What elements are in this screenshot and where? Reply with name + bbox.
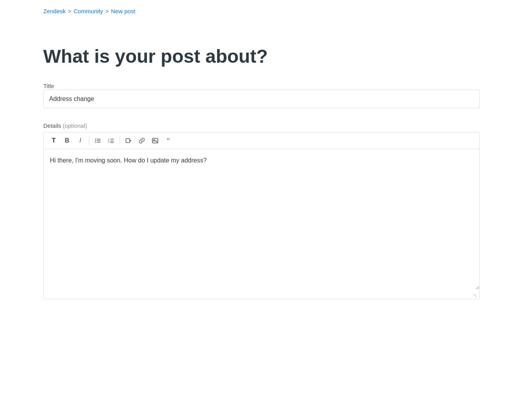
breadcrumb-current-page: New post xyxy=(111,8,136,14)
editor-toolbar: T B I xyxy=(44,132,479,149)
video-icon xyxy=(125,138,132,144)
details-label-group: Details(optional) xyxy=(43,122,480,129)
italic-format-label: I xyxy=(80,137,81,144)
toolbar-video-button[interactable] xyxy=(122,135,135,146)
svg-point-0 xyxy=(95,139,96,139)
link-icon xyxy=(139,138,145,144)
text-format-label: T xyxy=(52,137,56,144)
breadcrumb-community[interactable]: Community xyxy=(74,8,103,14)
numbered-list-icon: 1. 2. 3. xyxy=(108,138,114,144)
toolbar-italic-button[interactable]: I xyxy=(74,135,87,146)
svg-point-2 xyxy=(95,142,96,143)
breadcrumb: Zendesk > Community > New post xyxy=(43,8,480,14)
bullet-list-icon xyxy=(95,138,101,144)
resize-icon: ⤡ xyxy=(473,293,477,298)
details-content-input[interactable]: Hi there, I'm moving soon. How do I upda… xyxy=(44,149,479,289)
title-input[interactable] xyxy=(43,90,480,108)
toolbar-quote-button[interactable]: “ xyxy=(162,135,175,146)
toolbar-image-button[interactable] xyxy=(149,135,161,146)
toolbar-text-button[interactable]: T xyxy=(48,135,60,146)
svg-rect-12 xyxy=(126,139,130,143)
toolbar-bullet-list-button[interactable] xyxy=(92,135,104,146)
svg-text:3.: 3. xyxy=(108,141,110,143)
details-field-group: Details(optional) T B I xyxy=(43,122,480,299)
toolbar-link-button[interactable] xyxy=(136,135,148,146)
image-icon xyxy=(152,138,158,144)
breadcrumb-zendesk[interactable]: Zendesk xyxy=(43,8,66,14)
title-label: Title xyxy=(43,83,54,89)
toolbar-numbered-list-button[interactable]: 1. 2. 3. xyxy=(105,135,117,146)
quote-icon: “ xyxy=(167,137,170,144)
toolbar-divider-1 xyxy=(89,136,89,145)
editor-container: T B I xyxy=(43,132,480,299)
page-title: What is your post about? xyxy=(43,46,480,67)
bold-format-label: B xyxy=(65,137,69,144)
toolbar-bold-button[interactable]: B xyxy=(61,135,73,146)
breadcrumb-separator-1: > xyxy=(68,8,71,14)
title-field-group: Title xyxy=(43,83,480,108)
svg-point-1 xyxy=(95,140,96,141)
editor-resize-handle: ⤡ xyxy=(44,291,479,299)
toolbar-divider-2 xyxy=(120,136,120,145)
page-wrapper: Zendesk > Community > New post What is y… xyxy=(28,0,495,330)
details-label: Details xyxy=(43,122,61,129)
details-optional-label: (optional) xyxy=(63,122,87,129)
svg-marker-13 xyxy=(130,139,131,142)
breadcrumb-separator-2: > xyxy=(106,8,109,14)
